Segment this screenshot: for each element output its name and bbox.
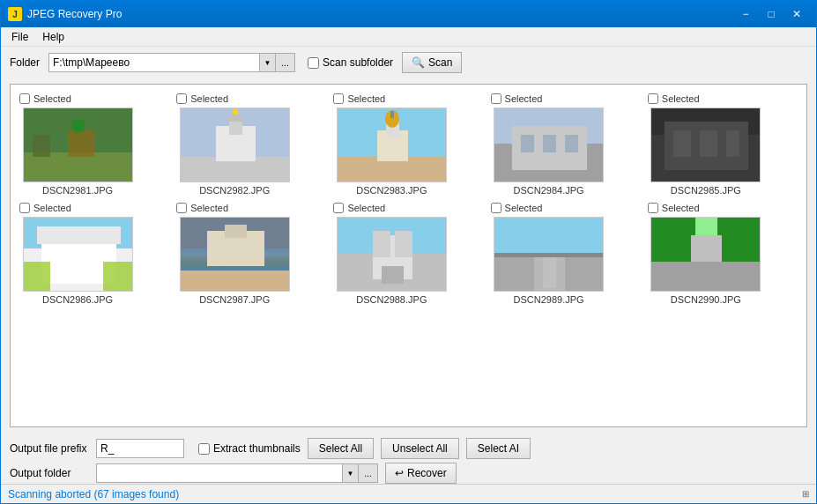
image-cell-header: Selected [333, 93, 385, 104]
svg-rect-44 [395, 231, 412, 257]
selected-label: Selected [347, 203, 385, 213]
output-folder-browse-button[interactable]: ... [359, 463, 378, 483]
image-checkbox-5[interactable] [19, 203, 30, 213]
image-thumbnail-9[interactable] [650, 217, 761, 292]
folder-dropdown-button[interactable]: ▼ [260, 53, 276, 72]
title-bar-buttons: − □ ✕ [733, 2, 809, 26]
output-folder-label: Output folder [10, 467, 89, 479]
svg-rect-27 [700, 130, 717, 157]
status-right: ⊞ [802, 489, 809, 499]
svg-rect-43 [373, 231, 390, 257]
image-thumbnail-1[interactable] [180, 107, 290, 182]
scan-button[interactable]: 🔍 Scan [402, 52, 462, 73]
selected-label: Selected [33, 93, 71, 104]
select-all-button[interactable]: Select All [308, 438, 374, 459]
output-folder-dropdown-button[interactable]: ▼ [343, 463, 359, 483]
bottom-area: Output file prefix Extract thumbnails Se… [1, 433, 816, 484]
image-checkbox-9[interactable] [648, 203, 658, 213]
svg-rect-21 [543, 135, 556, 152]
output-folder-combo: ▼ ... [96, 463, 378, 483]
output-prefix-label: Output file prefix [10, 442, 89, 455]
extract-thumbnails-checkbox[interactable] [198, 443, 210, 455]
image-cell: Selected DSCN2982.JPG [173, 90, 296, 199]
image-cell: Selected DSCN2983.JPG [330, 90, 453, 199]
image-cell-header: Selected [176, 203, 228, 213]
image-grid-container[interactable]: Selected DSCN2981.JPG Selected [10, 84, 807, 427]
image-checkbox-2[interactable] [333, 93, 344, 104]
image-thumbnail-5[interactable] [23, 217, 133, 292]
selected-label: Selected [662, 93, 700, 104]
image-filename-1: DSCN2982.JPG [199, 185, 270, 196]
image-checkbox-4[interactable] [648, 93, 658, 104]
image-cell-header: Selected [491, 93, 543, 104]
window-title: JPEG Recovery Pro [27, 8, 733, 20]
output-folder-row: Output folder ▼ ... ↩ Recover [10, 463, 807, 484]
image-filename-0: DSCN2981.JPG [42, 185, 113, 196]
scanning-text: Scanning [8, 488, 52, 500]
scan-label: Scan [428, 56, 452, 69]
minimize-button[interactable]: − [733, 2, 758, 26]
image-thumbnail-4[interactable] [650, 107, 761, 182]
image-cell: Selected DSCN2990.JPG [644, 199, 768, 308]
select-ai-button[interactable]: Select AI [466, 438, 531, 459]
svg-point-10 [233, 109, 238, 115]
scan-subfolder-label: Scan subfolder [308, 56, 393, 69]
unselect-all-button[interactable]: Unselect All [381, 438, 459, 459]
menu-file[interactable]: File [4, 29, 35, 45]
image-cell-header: Selected [19, 203, 71, 213]
scan-subfolder-text: Scan subfolder [323, 56, 393, 69]
image-checkbox-6[interactable] [176, 203, 187, 213]
image-filename-6: DSCN2987.JPG [199, 294, 270, 305]
image-cell: Selected DSCN2981.JPG [16, 90, 139, 199]
image-filename-3: DSCN2984.JPG [514, 185, 584, 196]
image-thumbnail-3[interactable] [494, 107, 604, 182]
image-thumbnail-0[interactable] [23, 107, 133, 182]
folder-path-input[interactable] [48, 53, 260, 72]
menu-bar: File Help [1, 27, 816, 47]
image-checkbox-1[interactable] [176, 93, 187, 104]
extract-thumbnails-label: Extract thumbnails [198, 442, 301, 455]
image-thumbnail-8[interactable] [494, 217, 604, 292]
status-bar: Scanning aborted (67 images found) ⊞ [1, 484, 816, 503]
image-filename-9: DSCN2990.JPG [671, 294, 741, 305]
image-thumbnail-7[interactable] [337, 217, 447, 292]
image-filename-2: DSCN2983.JPG [356, 185, 427, 196]
maximize-button[interactable]: □ [759, 2, 784, 26]
toolbar: Folder ▼ ... Scan subfolder 🔍 Scan [1, 47, 816, 78]
main-content: Selected DSCN2981.JPG Selected [1, 78, 816, 433]
svg-rect-3 [33, 135, 50, 157]
image-filename-8: DSCN2989.JPG [514, 294, 584, 305]
title-bar: J JPEG Recovery Pro − □ ✕ [1, 1, 816, 27]
close-button[interactable]: ✕ [784, 2, 809, 26]
image-thumbnail-2[interactable] [337, 107, 447, 182]
image-checkbox-3[interactable] [491, 93, 501, 104]
scan-subfolder-checkbox[interactable] [308, 57, 319, 69]
selected-label: Selected [190, 93, 228, 104]
recover-button[interactable]: ↩ Recover [385, 463, 457, 484]
scan-icon: 🔍 [412, 56, 425, 69]
svg-rect-32 [37, 226, 121, 244]
image-checkbox-0[interactable] [19, 93, 30, 104]
svg-rect-1 [24, 152, 133, 182]
svg-point-4 [71, 119, 85, 133]
image-cell: Selected DSCN2987.JPG [173, 199, 296, 308]
svg-rect-22 [565, 135, 578, 152]
prefix-input[interactable] [96, 439, 184, 458]
image-checkbox-7[interactable] [333, 203, 344, 213]
image-cell-header: Selected [491, 203, 543, 213]
svg-rect-28 [726, 130, 739, 157]
output-prefix-row: Output file prefix Extract thumbnails Se… [10, 438, 807, 459]
image-cell: Selected DSCN2986.JPG [16, 199, 139, 308]
selected-label: Selected [505, 93, 543, 104]
image-thumbnail-6[interactable] [180, 217, 290, 292]
image-checkbox-8[interactable] [491, 203, 501, 213]
image-cell-header: Selected [648, 203, 700, 213]
menu-help[interactable]: Help [35, 29, 71, 45]
svg-rect-16 [390, 111, 394, 118]
output-folder-input[interactable] [96, 463, 343, 483]
image-cell: Selected DSCN2988.JPG [330, 199, 453, 308]
image-cell: Selected DSCN2984.JPG [487, 90, 611, 199]
folder-browse-button[interactable]: ... [276, 53, 295, 72]
svg-rect-26 [673, 130, 691, 157]
image-cell-header: Selected [19, 93, 71, 104]
